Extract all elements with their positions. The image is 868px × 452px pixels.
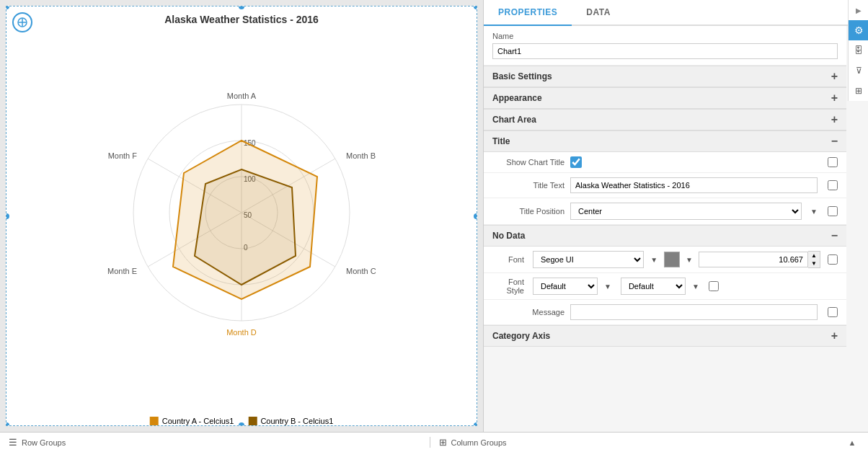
show-chart-title-checkbox[interactable] bbox=[570, 156, 582, 168]
legend-color-b bbox=[248, 417, 257, 425]
svg-text:Month B: Month B bbox=[346, 151, 376, 160]
category-axis-label: Category Axis bbox=[492, 331, 550, 341]
spinner-buttons: ▲ ▼ bbox=[808, 251, 820, 268]
title-text-row: Title Text bbox=[484, 173, 846, 198]
title-position-row: Title Position Center Left Right ▼ bbox=[484, 198, 846, 225]
font-select[interactable]: Segoe UI Arial Times New Roman bbox=[533, 251, 644, 268]
spinner-up[interactable]: ▲ bbox=[808, 252, 820, 260]
font-style-row: Font Style Default Normal Italic Bold ▼ … bbox=[484, 273, 846, 300]
name-section: Name bbox=[484, 26, 846, 66]
chart-icon[interactable]: ⊞ bbox=[849, 81, 868, 101]
font-size-input[interactable] bbox=[699, 252, 808, 267]
font-weight-select[interactable]: Default Normal Bold bbox=[621, 278, 686, 295]
corner-dot-tl[interactable] bbox=[6, 6, 9, 9]
weight-chevron: ▼ bbox=[692, 283, 699, 291]
right-sidebar: ▶ ⚙ 🗄 ⊽ ⊞ bbox=[848, 0, 868, 101]
basic-settings-expand[interactable]: + bbox=[831, 70, 838, 83]
bottom-bar: ☰ Row Groups ⊞ Column Groups ▲ bbox=[0, 432, 868, 452]
title-position-select[interactable]: Center Left Right bbox=[570, 203, 802, 220]
font-label: Font bbox=[492, 255, 528, 264]
row-groups-label: Row Groups bbox=[22, 438, 66, 447]
columns-icon: ⊞ bbox=[439, 437, 447, 448]
tab-data[interactable]: DATA bbox=[572, 0, 625, 26]
column-groups-section: ⊞ Column Groups bbox=[430, 437, 846, 448]
chart-legend: Country A - Celcius1 Country B - Celcius… bbox=[150, 417, 334, 425]
position-chevron: ▼ bbox=[810, 208, 818, 216]
font-size-spinner: ▲ ▼ bbox=[699, 251, 820, 268]
svg-text:Month A: Month A bbox=[227, 92, 257, 100]
title-text-label: Title Text bbox=[492, 181, 564, 190]
appearance-section: Appearance + bbox=[484, 87, 846, 109]
font-color-picker[interactable] bbox=[664, 252, 680, 267]
chart-panel: Alaska Weather Statistics - 2016 bbox=[0, 0, 483, 432]
rows-icon: ☰ bbox=[9, 437, 17, 448]
legend-color-a bbox=[150, 417, 159, 425]
radar-svg: Month A Month B Month C Month D Month E … bbox=[90, 76, 393, 350]
legend-label-b: Country B - Celcius1 bbox=[260, 417, 333, 425]
font-style-label: Font Style bbox=[492, 278, 528, 295]
gear-icon[interactable]: ⚙ bbox=[849, 20, 868, 40]
font-style-select[interactable]: Default Normal Italic Bold bbox=[533, 278, 598, 295]
appearance-label: Appearance bbox=[492, 93, 542, 103]
no-data-collapse[interactable]: − bbox=[831, 229, 838, 242]
show-chart-title-secondary-checkbox[interactable] bbox=[828, 157, 838, 167]
category-axis-section: Category Axis + bbox=[484, 325, 846, 347]
message-label: Message bbox=[492, 308, 564, 316]
svg-text:Month C: Month C bbox=[346, 267, 376, 275]
tab-properties[interactable]: PROPERTIES bbox=[484, 0, 572, 26]
column-groups-label: Column Groups bbox=[451, 438, 507, 447]
legend-item-a: Country A - Celcius1 bbox=[150, 417, 234, 425]
props-content: Name Basic Settings + Appearance + Chart… bbox=[484, 26, 868, 432]
title-position-checkbox[interactable] bbox=[828, 206, 838, 216]
message-row: Message bbox=[484, 300, 846, 325]
message-checkbox[interactable] bbox=[828, 307, 838, 317]
category-axis-expand[interactable]: + bbox=[831, 329, 838, 342]
title-text-input[interactable] bbox=[570, 177, 818, 193]
chart-title: Alaska Weather Statistics - 2016 bbox=[6, 14, 477, 25]
chart-inner: Alaska Weather Statistics - 2016 bbox=[6, 14, 477, 426]
edge-dot-top[interactable] bbox=[239, 6, 244, 9]
show-chart-title-label: Show Chart Title bbox=[492, 158, 564, 167]
show-chart-title-row: Show Chart Title bbox=[484, 152, 846, 173]
title-text-checkbox[interactable] bbox=[828, 180, 838, 190]
svg-text:Month F: Month F bbox=[108, 151, 138, 160]
chart-area-label: Chart Area bbox=[492, 115, 536, 125]
legend-label-a: Country A - Celcius1 bbox=[162, 417, 234, 425]
title-collapse[interactable]: − bbox=[831, 135, 838, 148]
svg-text:Month D: Month D bbox=[226, 328, 257, 337]
name-input[interactable] bbox=[492, 43, 838, 59]
svg-text:Month E: Month E bbox=[107, 267, 137, 275]
message-input[interactable] bbox=[570, 304, 818, 320]
chart-canvas: Alaska Weather Statistics - 2016 bbox=[6, 6, 477, 426]
font-chevron: ▼ bbox=[650, 256, 657, 264]
color-chevron: ▼ bbox=[686, 256, 693, 264]
move-handle[interactable] bbox=[12, 12, 32, 32]
corner-dot-tr[interactable] bbox=[474, 6, 477, 9]
chevron-right-icon[interactable]: ▶ bbox=[849, 0, 868, 20]
chart-area-section: Chart Area + bbox=[484, 109, 846, 130]
filter-icon[interactable]: ⊽ bbox=[849, 61, 868, 81]
font-row: Font Segoe UI Arial Times New Roman ▼ ▼ … bbox=[484, 247, 846, 273]
spinner-down[interactable]: ▼ bbox=[808, 260, 820, 267]
style-chevron: ▼ bbox=[604, 283, 611, 291]
no-data-section: No Data − bbox=[484, 225, 846, 247]
font-style-checkbox[interactable] bbox=[709, 281, 719, 291]
title-section: Title − bbox=[484, 130, 846, 152]
basic-settings-label: Basic Settings bbox=[492, 71, 552, 81]
title-position-label: Title Position bbox=[492, 207, 564, 216]
name-label: Name bbox=[492, 32, 838, 40]
title-section-label: Title bbox=[492, 136, 510, 146]
props-tabs: PROPERTIES DATA bbox=[484, 0, 868, 26]
appearance-expand[interactable]: + bbox=[831, 92, 838, 105]
row-groups-section: ☰ Row Groups bbox=[9, 437, 415, 448]
radar-container: Month A Month B Month C Month D Month E … bbox=[6, 35, 477, 389]
collapse-button[interactable]: ▲ bbox=[845, 435, 859, 450]
properties-panel: PROPERTIES DATA ▶ ⚙ 🗄 ⊽ ⊞ Name Basic Set… bbox=[483, 0, 868, 432]
basic-settings-section: Basic Settings + bbox=[484, 66, 846, 87]
font-checkbox[interactable] bbox=[828, 254, 838, 265]
chart-area-expand[interactable]: + bbox=[831, 113, 838, 126]
no-data-label: No Data bbox=[492, 231, 525, 241]
database-icon[interactable]: 🗄 bbox=[849, 40, 868, 61]
legend-item-b: Country B - Celcius1 bbox=[248, 417, 333, 425]
